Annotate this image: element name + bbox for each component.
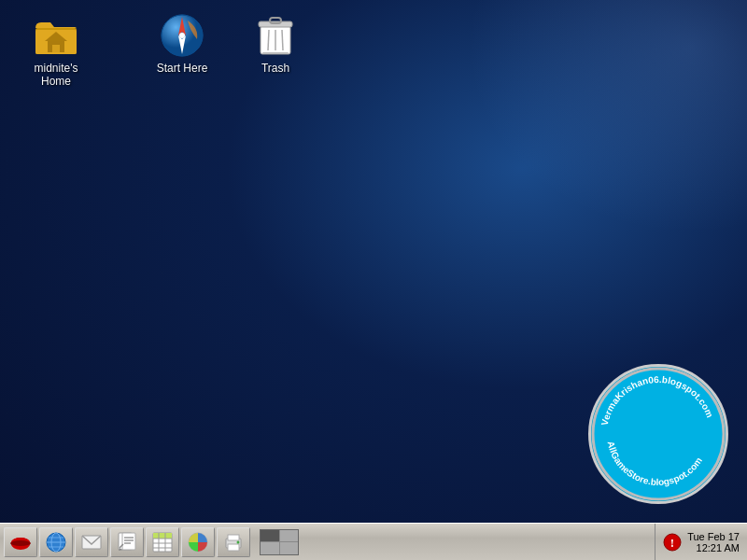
taskbar-btn-redhat[interactable] (4, 527, 37, 557)
home-icon-label: midnite's Home (22, 62, 90, 89)
start-here-icon (160, 13, 204, 58)
taskbar-btn-chart[interactable] (181, 527, 215, 557)
workspace-switcher[interactable] (260, 529, 299, 555)
svg-rect-31 (122, 533, 135, 550)
chart-icon (187, 531, 209, 553)
taskbar-btn-spreadsheet[interactable] (146, 527, 179, 557)
redhat-icon (9, 531, 32, 553)
clock-area[interactable]: Tue Feb 17 12:21 AM (687, 531, 740, 553)
workspace-1[interactable] (261, 530, 279, 542)
workspace-4[interactable] (280, 542, 299, 554)
home-folder-icon (34, 13, 78, 58)
alert-icon: ! (663, 533, 682, 552)
svg-point-23 (10, 540, 31, 546)
taskbar-btn-editor[interactable] (110, 527, 144, 557)
printer-icon (222, 531, 245, 553)
taskbar-right: ! Tue Feb 17 12:21 AM (655, 524, 747, 560)
svg-rect-4 (52, 45, 60, 52)
watermark: VermaKrishan06.blogspot.com AllGameStore… (588, 364, 728, 504)
svg-rect-38 (153, 533, 172, 539)
editor-icon (116, 531, 138, 553)
start-here-icon-label: Start Here (157, 62, 208, 75)
notification-area[interactable]: ! (663, 533, 682, 552)
workspace-2[interactable] (280, 530, 299, 542)
svg-line-11 (268, 30, 269, 50)
workspace-3[interactable] (261, 542, 279, 554)
svg-text:!: ! (670, 536, 674, 550)
svg-rect-16 (262, 52, 289, 54)
email-icon (80, 531, 103, 553)
clock-time: 12:21 AM (697, 542, 740, 553)
svg-rect-46 (228, 535, 239, 540)
spreadsheet-icon (151, 531, 174, 553)
desktop-icon-home[interactable]: midnite's Home (19, 9, 93, 92)
taskbar: ! Tue Feb 17 12:21 AM (0, 523, 747, 560)
trash-icon (253, 13, 298, 58)
taskbar-left (0, 527, 655, 557)
svg-point-9 (179, 33, 185, 38)
taskbar-btn-globe[interactable] (39, 527, 73, 557)
desktop-icon-start-here[interactable]: Start Here (145, 9, 219, 78)
svg-point-48 (237, 540, 240, 543)
desktop-icon-trash[interactable]: Trash (238, 9, 313, 78)
taskbar-btn-email[interactable] (75, 527, 108, 557)
globe-icon (45, 531, 67, 553)
taskbar-btn-printer[interactable] (217, 527, 250, 557)
desktop: midnite's Home (0, 0, 747, 560)
svg-rect-47 (228, 544, 239, 551)
svg-rect-15 (270, 18, 281, 23)
trash-icon-label: Trash (261, 62, 289, 75)
clock-date: Tue Feb 17 (687, 531, 740, 542)
svg-line-13 (282, 30, 283, 50)
